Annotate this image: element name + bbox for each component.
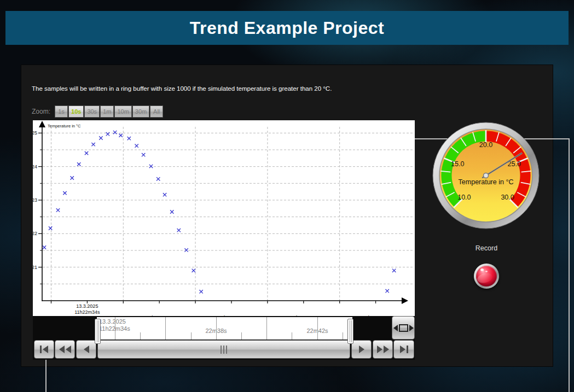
svg-text:24: 24 [33, 164, 37, 169]
svg-text:25: 25 [33, 130, 37, 136]
trend-chart[interactable]: Temperature in °C212223242513.3.202511h2… [33, 120, 415, 316]
svg-text:15.0: 15.0 [451, 160, 464, 168]
ruler-major-line [216, 317, 217, 340]
svg-text:30.0: 30.0 [501, 194, 514, 201]
page-title: Trend Example Project [190, 18, 385, 38]
zoom-button-10m[interactable]: 10m [114, 106, 131, 118]
triangle-left-icon [66, 346, 71, 353]
lamp-glass-icon [476, 266, 497, 286]
trend-chart-canvas[interactable]: Temperature in °C212223242513.3.202511h2… [33, 120, 415, 316]
triangle-left-icon [393, 325, 398, 331]
triangle-right-icon [377, 346, 382, 353]
svg-text:21: 21 [33, 265, 37, 270]
range-grip-right[interactable] [347, 319, 353, 344]
title-bar: Trend Example Project [5, 11, 569, 45]
svg-text:Temperature in °C: Temperature in °C [459, 178, 514, 186]
triangle-right-icon [384, 346, 389, 353]
ruler-major-line [317, 317, 318, 340]
triangle-right-icon [359, 346, 364, 353]
zoom-button-10s[interactable]: 10s [68, 106, 84, 118]
zoom-button-30s[interactable]: 30s [84, 106, 100, 118]
zoom-toolbar: Zoom: 1s 10s 30s 1m 10m 30m All [32, 106, 163, 118]
zoom-label: Zoom: [32, 108, 50, 115]
triangle-left-icon [43, 346, 48, 353]
triangle-left-icon [59, 346, 65, 353]
page-left-button[interactable] [55, 340, 75, 359]
ruler-minor-tick [343, 332, 343, 340]
step-right-button[interactable] [351, 340, 372, 359]
range-square-icon [399, 324, 408, 332]
ruler-minor-tick [292, 332, 292, 340]
ruler-major-line [266, 317, 267, 340]
record-label: Record [459, 244, 514, 252]
jump-to-start-button[interactable] [34, 340, 54, 359]
svg-text:13.3.2025: 13.3.2025 [76, 303, 98, 309]
range-grip-left[interactable] [95, 319, 101, 344]
svg-text:11h22m34s: 11h22m34s [74, 309, 100, 315]
zoom-button-all[interactable]: All [150, 106, 163, 118]
ruler-minor-tick [191, 332, 192, 340]
svg-text:23: 23 [33, 197, 37, 203]
timeline-ruler[interactable]: 13.3.2025 11h22m34s 22m38s 22m42s [97, 317, 352, 340]
svg-text:Temperature in °C: Temperature in °C [48, 124, 81, 128]
step-left-button[interactable] [76, 340, 96, 359]
triangle-right-icon [400, 346, 405, 353]
zoom-button-1s[interactable]: 1s [55, 106, 68, 118]
bar-left-icon [40, 346, 42, 353]
temperature-gauge: 10.015.020.025.030.0Temperature in °C [431, 121, 541, 230]
record-indicator-lamp [474, 264, 499, 289]
svg-text:20.0: 20.0 [479, 141, 492, 149]
ruler-major-line [165, 317, 166, 340]
triangle-left-icon [84, 346, 89, 353]
jump-to-end-button[interactable] [393, 340, 414, 359]
ruler-minor-tick [140, 332, 141, 340]
triangle-right-icon [409, 325, 414, 331]
zoom-button-30m[interactable]: 30m [132, 106, 149, 118]
description-text: The samples will be written in a ring bu… [32, 85, 332, 92]
ruler-major-line [115, 317, 115, 340]
scrollbar-thumb[interactable] [97, 340, 350, 359]
svg-text:22: 22 [33, 231, 37, 236]
svg-text:10.0: 10.0 [457, 194, 471, 201]
page-right-button[interactable] [373, 340, 393, 359]
fit-range-button[interactable] [392, 316, 415, 340]
ruler-minor-tick [241, 332, 242, 340]
zoom-button-1m[interactable]: 1m [100, 106, 114, 118]
bar-right-icon [407, 346, 408, 353]
